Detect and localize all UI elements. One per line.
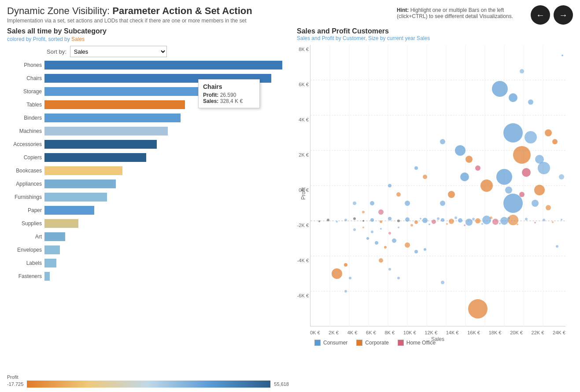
bar-fill	[44, 259, 56, 267]
svg-point-110	[344, 219, 347, 221]
y-axis-label: -2K €	[297, 223, 309, 228]
svg-point-56	[492, 219, 499, 225]
svg-point-36	[534, 185, 545, 195]
x-axis-label: 20K €	[510, 330, 523, 335]
svg-point-93	[410, 224, 413, 227]
svg-point-99	[472, 218, 475, 220]
y-axis-label: 6K €	[299, 82, 309, 87]
bar-container	[44, 127, 289, 136]
x-axis-label: 6K €	[366, 330, 376, 335]
bar-row[interactable]: Furnishings	[7, 191, 289, 203]
bar-row[interactable]: Appliances	[7, 178, 289, 190]
svg-point-33	[480, 180, 493, 192]
svg-point-53	[465, 219, 473, 226]
bar-row[interactable]: Binders	[7, 112, 289, 124]
x-axis-label: 22K €	[532, 330, 544, 335]
bar-label: Storage	[7, 88, 44, 95]
profit-gradient	[27, 381, 270, 388]
svg-point-57	[500, 217, 508, 225]
svg-point-25	[545, 129, 552, 136]
svg-point-50	[441, 218, 444, 222]
svg-point-23	[503, 123, 523, 143]
svg-point-27	[513, 146, 531, 164]
nav-forward-button[interactable]: →	[554, 5, 573, 25]
y-axis-label: 2K €	[299, 152, 309, 158]
svg-point-111	[336, 221, 338, 223]
svg-point-119	[398, 227, 399, 228]
x-axis-label: 10K €	[403, 330, 416, 335]
svg-point-69	[349, 277, 351, 279]
bar-container	[44, 140, 289, 149]
svg-point-103	[507, 217, 510, 220]
svg-point-118	[388, 232, 391, 234]
profit-max: 55,618	[274, 381, 289, 387]
svg-point-55	[482, 216, 491, 224]
svg-point-21	[509, 93, 517, 102]
svg-point-45	[397, 220, 400, 222]
corporate-label: Corporate	[365, 340, 388, 346]
x-axis-label: 24K €	[553, 330, 565, 335]
svg-point-74	[468, 299, 488, 319]
bar-label: Art	[7, 234, 44, 240]
sort-select[interactable]: Sales Profit Subcategory	[70, 46, 167, 57]
svg-point-81	[455, 145, 465, 156]
bar-row[interactable]: Art	[7, 231, 289, 243]
svg-point-120	[562, 55, 563, 56]
bar-row[interactable]: Fasteners	[7, 270, 289, 282]
bar-label: Appliances	[7, 181, 44, 187]
svg-point-102	[499, 223, 501, 224]
svg-point-87	[388, 184, 392, 187]
svg-point-71	[397, 277, 400, 279]
svg-point-40	[353, 217, 356, 220]
svg-point-42	[370, 218, 374, 222]
bar-fill	[44, 180, 116, 188]
bar-container	[44, 259, 289, 267]
nav-back-button[interactable]: ←	[531, 5, 550, 25]
svg-point-44	[388, 217, 392, 220]
bar-fill	[44, 61, 282, 70]
bar-fill	[44, 140, 157, 149]
bar-row[interactable]: Envelopes	[7, 244, 289, 256]
corporate-swatch	[356, 340, 362, 346]
legend-item-homeoffice: Home Office	[398, 340, 436, 346]
svg-point-117	[380, 228, 382, 230]
bar-label: Furnishings	[7, 194, 44, 200]
svg-point-32	[559, 174, 564, 180]
x-axis-label: 18K €	[489, 330, 502, 335]
bar-label: Chairs	[7, 75, 44, 81]
bar-label: Tables	[7, 102, 44, 108]
bar-label: Phones	[7, 62, 44, 68]
svg-point-51	[449, 219, 454, 224]
svg-point-82	[440, 139, 445, 144]
bar-row[interactable]: Machines	[7, 125, 289, 137]
bar-row[interactable]: Bookcases	[7, 165, 289, 177]
bar-row[interactable]: Labels	[7, 257, 289, 269]
bar-fill	[44, 193, 107, 201]
bar-fill	[44, 153, 146, 162]
x-axis-label: 0K €	[310, 330, 320, 335]
svg-point-20	[492, 81, 508, 97]
svg-point-65	[424, 248, 426, 251]
svg-point-64	[414, 250, 418, 253]
bar-container	[44, 206, 289, 215]
bar-container	[44, 193, 289, 201]
bar-row[interactable]: Phones	[7, 59, 289, 71]
bar-row[interactable]: Paper	[7, 204, 289, 216]
bar-row[interactable]: Copiers	[7, 151, 289, 164]
bar-row[interactable]: Accessories	[7, 138, 289, 150]
svg-point-112	[327, 219, 329, 221]
svg-point-31	[496, 169, 512, 185]
bar-container	[44, 219, 289, 228]
bar-container	[44, 245, 289, 254]
svg-point-30	[538, 162, 550, 174]
y-axis-label: 0K €	[299, 187, 309, 193]
sort-bar: Sort by: Sales Profit Subcategory	[47, 46, 293, 57]
svg-point-96	[446, 223, 448, 225]
bar-label: Bookcases	[7, 168, 44, 174]
tooltip-sales: Sales: 328,4 K €	[203, 98, 255, 104]
bar-row[interactable]: Supplies	[7, 217, 289, 230]
main-content: Sales all time by Subcategory colored by…	[0, 27, 580, 384]
scatter-subtitle: Sales and Profit by Customer, Size by cu…	[297, 35, 573, 41]
svg-point-39	[546, 205, 551, 210]
consumer-swatch	[314, 340, 321, 346]
